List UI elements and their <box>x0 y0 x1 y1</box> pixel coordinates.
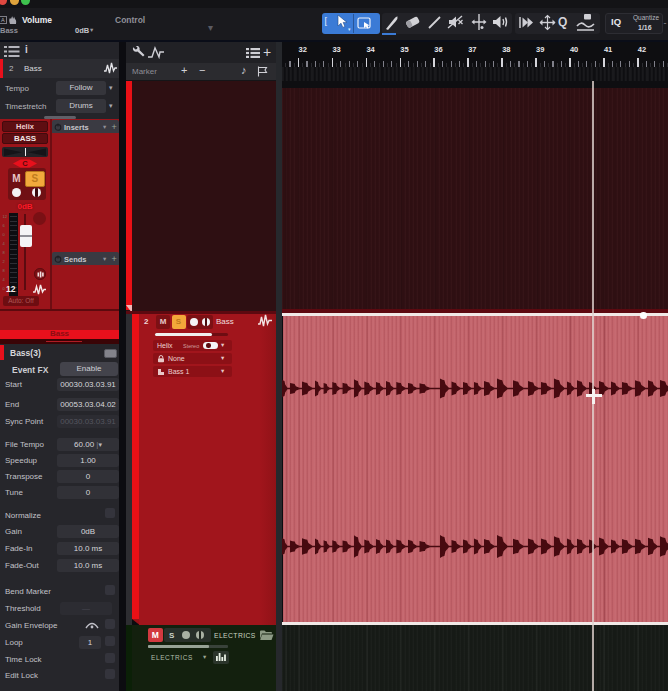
svg-text:C: C <box>22 159 28 168</box>
